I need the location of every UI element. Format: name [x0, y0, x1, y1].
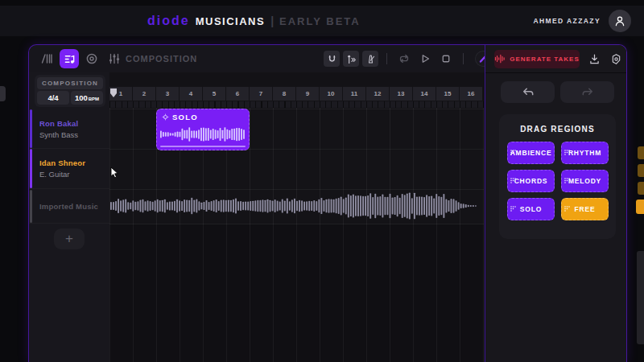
ruler-bar-14[interactable]: 14 — [413, 87, 436, 101]
drag-region-chords[interactable]: CHORDS — [507, 170, 555, 192]
drag-region-solo[interactable]: SOLO — [507, 198, 555, 220]
follow-playhead-icon — [346, 54, 357, 64]
arrangement-area: COMPOSITION 4/4 100BPM Ron BakalSynth Ba… — [29, 72, 485, 362]
imported-audio-region[interactable] — [110, 191, 477, 223]
follow-playhead-button[interactable] — [343, 51, 359, 67]
logo-diode: diode — [147, 14, 190, 28]
imported-waveform — [110, 191, 477, 223]
user-menu[interactable]: AHMED AZZAZY — [533, 6, 631, 36]
track-instrument: Synth Bass — [39, 130, 109, 139]
toolbar-divider — [386, 53, 387, 64]
ruler-bar-label: 8 — [283, 90, 286, 97]
generate-takes-label: GENERATE TAKES — [510, 56, 580, 63]
track-accent-bar — [30, 190, 32, 223]
snap-toggle-button[interactable] — [324, 51, 340, 67]
edge-fragment-right — [638, 182, 644, 195]
region-resize-handle[interactable] — [160, 146, 246, 147]
ruler-bar-5[interactable]: 5 — [203, 87, 225, 101]
brand-logo: diode MUSICIANS | EARLY BETA — [147, 6, 361, 36]
right-panel: GENERATE TAKES — [485, 45, 627, 362]
composition-settings-card[interactable]: COMPOSITION 4/4 100BPM — [35, 75, 105, 107]
ruler-subdivisions — [109, 101, 484, 108]
drag-regions-card: DRAG REGIONS AMBIENCERHYTHMCHORDSMELODYS… — [499, 114, 616, 239]
generate-takes-button[interactable]: GENERATE TAKES — [494, 50, 580, 68]
main-toolbar: SECOND SKIN - FARAH EZZ COMPOSITION — [29, 45, 485, 73]
redo-arrow-icon — [580, 87, 595, 98]
ruler-bar-label: 5 — [213, 90, 216, 97]
undo-button[interactable] — [501, 81, 555, 103]
composition-values: 4/4 100BPM — [37, 91, 103, 105]
edge-fragment-left — [0, 86, 6, 101]
drag-region-label: FREE — [575, 205, 596, 213]
drag-region-label: MELODY — [568, 177, 601, 185]
logo-separator: | — [270, 14, 274, 27]
export-button[interactable] — [587, 51, 601, 66]
transport-controls — [324, 45, 510, 72]
edge-fragment-right — [638, 164, 644, 177]
loop-button[interactable] — [397, 51, 411, 66]
drag-grip-icon — [564, 201, 571, 216]
mixer-icon — [108, 52, 121, 65]
ruler-bar-4[interactable]: 4 — [180, 87, 202, 101]
timeline-ruler: 12345678910111213141516 — [109, 87, 484, 101]
composition-view-button[interactable] — [60, 49, 79, 68]
ruler-bar-3[interactable]: 3 — [156, 87, 179, 101]
composition-label: COMPOSITION — [37, 77, 103, 89]
loop-icon — [398, 52, 411, 65]
track-row-3[interactable]: Imported Music — [29, 190, 109, 224]
add-track-button[interactable]: + — [54, 228, 85, 249]
loops-view-button[interactable] — [82, 49, 101, 68]
stop-button[interactable] — [439, 51, 453, 66]
avatar[interactable] — [609, 10, 631, 32]
settings-button[interactable] — [609, 51, 623, 66]
metronome-button[interactable] — [362, 51, 378, 67]
track-accent-bar — [30, 109, 32, 148]
edge-fragment-right — [636, 200, 644, 214]
ruler-bar-label: 4 — [189, 90, 192, 97]
ruler-bar-15[interactable]: 15 — [436, 87, 459, 101]
solo-region-header: SOLO — [162, 113, 198, 121]
ruler-bar-11[interactable]: 11 — [343, 87, 365, 101]
ruler-bar-7[interactable]: 7 — [250, 87, 272, 101]
time-signature-value[interactable]: 4/4 — [37, 91, 69, 105]
undo-arrow-icon — [521, 87, 535, 98]
strings-view-button[interactable] — [37, 49, 56, 68]
daw-window: SECOND SKIN - FARAH EZZ COMPOSITION — [28, 44, 627, 362]
gear-icon — [610, 53, 622, 65]
ruler-bar-8[interactable]: 8 — [273, 87, 295, 101]
drag-region-melody[interactable]: MELODY — [561, 170, 609, 192]
play-button[interactable] — [418, 51, 432, 66]
ruler-bar-label: 3 — [166, 90, 169, 97]
edge-fragment-right — [638, 146, 644, 159]
waveform-icon — [494, 54, 506, 64]
ruler-bar-label: 11 — [351, 90, 357, 97]
ruler-bar-2[interactable]: 2 — [133, 87, 155, 101]
drag-grip-icon — [564, 145, 571, 159]
ruler-bar-9[interactable]: 9 — [296, 87, 319, 101]
track-panel: COMPOSITION 4/4 100BPM Ron BakalSynth Ba… — [29, 72, 109, 362]
track-row-1[interactable]: Ron BakalSynth Bass — [29, 109, 109, 149]
redo-button[interactable] — [560, 81, 614, 103]
ruler-bar-label: 13 — [398, 90, 405, 97]
ruler-bar-12[interactable]: 12 — [366, 87, 389, 101]
track-name: Ron Bakal — [39, 119, 109, 128]
track-instrument: E. Guitar — [39, 170, 109, 179]
drag-region-free[interactable]: FREE — [561, 198, 609, 220]
solo-region-label: SOLO — [172, 113, 198, 121]
drag-grip-icon — [510, 173, 517, 187]
edge-fragment-right — [637, 251, 644, 344]
ruler-bar-10[interactable]: 10 — [320, 87, 342, 101]
ruler-bar-13[interactable]: 13 — [390, 87, 412, 101]
drag-region-ambience[interactable]: AMBIENCE — [507, 142, 555, 164]
ruler-bar-6[interactable]: 6 — [226, 87, 249, 101]
solo-audio-region[interactable]: SOLO — [156, 109, 250, 150]
bpm-value[interactable]: 100BPM — [71, 91, 103, 105]
drag-grip-icon — [510, 201, 517, 216]
drag-region-label: RHYTHM — [568, 149, 601, 157]
drag-region-rhythm[interactable]: RHYTHM — [561, 142, 609, 164]
ruler-bar-label: 12 — [374, 90, 382, 97]
track-row-2[interactable]: Idan ShneorE. Guitar — [29, 149, 109, 189]
ruler-bar-16[interactable]: 16 — [460, 87, 482, 101]
mixer-view-button[interactable] — [105, 49, 124, 68]
logo-musicians: MUSICIANS — [196, 15, 265, 27]
